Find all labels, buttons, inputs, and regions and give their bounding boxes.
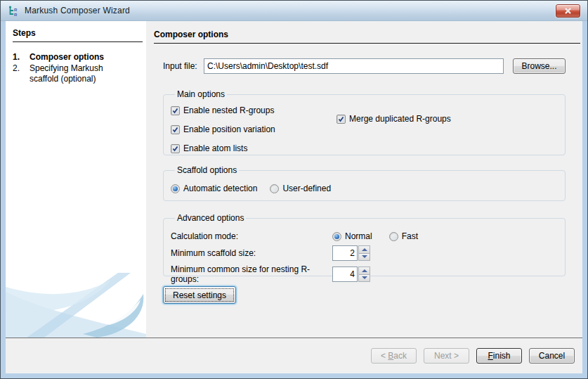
close-button[interactable]	[556, 4, 580, 18]
radio-selected-icon	[332, 232, 341, 241]
calculation-mode-row: Calculation mode: Normal Fast	[171, 231, 558, 242]
title-bar[interactable]: R R Markush Composer Wizard	[1, 1, 587, 21]
checkbox-checked-icon	[171, 106, 180, 115]
calculation-mode-label: Calculation mode:	[171, 231, 332, 241]
checkbox-checked-icon	[171, 125, 180, 134]
radio-user-defined[interactable]: User-defined	[270, 184, 331, 193]
radio-selected-icon	[171, 184, 180, 193]
step-item-specifying-scaffold: 2. Specifying Markush scaffold (optional…	[13, 63, 144, 84]
min-common-size-row: Minimum common size for nesting R-groups…	[171, 264, 558, 284]
input-file-field[interactable]	[204, 58, 504, 74]
step-label: Composer options	[30, 52, 114, 63]
spin-up-icon	[362, 248, 367, 251]
spin-up-icon	[362, 269, 367, 272]
min-scaffold-size-label: Minimum scaffold size:	[171, 248, 332, 258]
checkbox-label: Enable atom lists	[183, 143, 247, 153]
finish-button[interactable]: Finish	[476, 348, 522, 364]
window-title: Markush Composer Wizard	[25, 6, 130, 15]
advanced-options-legend: Advanced options	[175, 213, 246, 223]
min-scaffold-size-row: Minimum scaffold size: 2	[171, 245, 558, 261]
window-frame: Steps 1. Composer options 2. Specifying …	[1, 21, 587, 378]
step-number: 2.	[13, 63, 30, 84]
radio-label: Normal	[345, 231, 372, 241]
step-number: 1.	[13, 52, 30, 63]
svg-text:R: R	[14, 8, 18, 12]
checkbox-label: Merge duplicated R-groups	[349, 114, 451, 124]
scaffold-options-group: Scaffold options Automatic detection Use…	[163, 165, 566, 201]
spin-down-icon	[362, 255, 367, 258]
back-button[interactable]: < Back	[371, 348, 417, 364]
main-options-group: Main options Enable nested R-groups	[163, 89, 566, 155]
browse-button[interactable]: Browse...	[513, 58, 566, 74]
checkbox-label: Enable position variation	[183, 124, 275, 134]
steps-heading: Steps	[13, 28, 143, 42]
checkbox-merge-duplicated-r-groups[interactable]: Merge duplicated R-groups	[337, 114, 451, 124]
checkbox-label: Enable nested R-groups	[183, 105, 274, 115]
step-item-composer-options: 1. Composer options	[13, 52, 144, 63]
dialog-client-area: Steps 1. Composer options 2. Specifying …	[6, 21, 582, 373]
input-file-row: Input file: Browse...	[163, 58, 566, 74]
scaffold-options-legend: Scaffold options	[175, 165, 239, 175]
advanced-options-group: Advanced options Calculation mode: Norma…	[163, 213, 566, 276]
spin-down-icon	[362, 276, 367, 279]
spinner-value[interactable]: 2	[332, 245, 358, 261]
radio-unselected-icon	[270, 184, 279, 193]
spinner-value[interactable]: 4	[332, 266, 358, 282]
radio-normal[interactable]: Normal	[332, 231, 372, 241]
min-common-size-spinner: 4	[332, 266, 370, 282]
decorative-swoosh-graphic	[6, 267, 146, 338]
close-icon	[564, 6, 572, 16]
markush-composer-wizard-window: R R Markush Composer Wizard Steps	[0, 0, 588, 379]
min-scaffold-spin-down-button[interactable]	[358, 253, 370, 262]
radio-automatic-detection[interactable]: Automatic detection	[171, 184, 257, 193]
checkbox-checked-icon	[171, 144, 180, 153]
checkbox-enable-position-variation[interactable]: Enable position variation	[171, 124, 558, 134]
step-label: Specifying Markush scaffold (optional)	[30, 63, 144, 84]
radio-label: User-defined	[282, 184, 331, 193]
checkbox-enable-atom-lists[interactable]: Enable atom lists	[171, 143, 558, 153]
min-common-spin-down-button[interactable]	[358, 274, 370, 283]
main-options-legend: Main options	[175, 89, 227, 99]
steps-list: 1. Composer options 2. Specifying Markus…	[13, 52, 144, 84]
min-common-size-label: Minimum common size for nesting R-groups…	[171, 264, 332, 284]
wizard-button-bar: < Back Next > Finish Cancel	[6, 338, 582, 373]
main-panel: Composer options Input file: Browse... M…	[146, 21, 582, 338]
input-file-label: Input file:	[163, 61, 204, 71]
radio-fast[interactable]: Fast	[389, 231, 418, 241]
steps-sidebar: Steps 1. Composer options 2. Specifying …	[6, 21, 146, 338]
radio-label: Fast	[402, 231, 418, 241]
svg-text:R: R	[14, 13, 18, 17]
markush-app-icon: R R	[8, 5, 20, 17]
checkbox-checked-icon	[337, 115, 346, 124]
radio-unselected-icon	[389, 232, 398, 241]
radio-label: Automatic detection	[183, 184, 257, 193]
page-title: Composer options	[154, 30, 580, 44]
next-button[interactable]: Next >	[424, 348, 469, 364]
min-scaffold-size-spinner: 2	[332, 245, 370, 261]
cancel-button[interactable]: Cancel	[529, 348, 575, 364]
reset-settings-button[interactable]: Reset settings	[163, 286, 236, 304]
